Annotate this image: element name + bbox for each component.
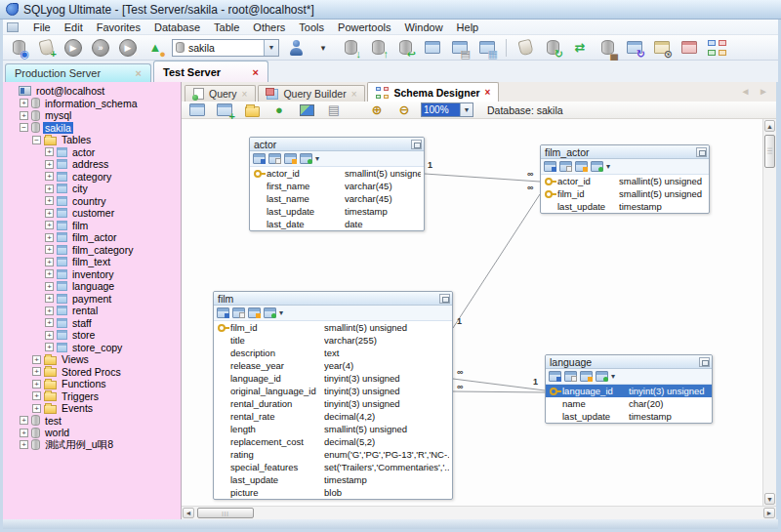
- tree-item-city[interactable]: +city: [3, 183, 181, 195]
- field-row-last_update[interactable]: last_updatetimestamp: [250, 205, 424, 218]
- field-row-film_id[interactable]: film_idsmallint(5) unsigned: [541, 187, 709, 200]
- table-settings-icon[interactable]: [580, 371, 593, 382]
- field-row-special_features[interactable]: special_featuresset('Trailers','Commenta…: [214, 461, 452, 473]
- tree-item-triggers[interactable]: +Triggers: [3, 390, 181, 403]
- expand-icon[interactable]: +: [45, 269, 54, 278]
- alter-table-icon[interactable]: [544, 161, 556, 172]
- relation-line-film-language[interactable]: [453, 379, 545, 390]
- tree-item-customer[interactable]: +customer: [3, 207, 181, 220]
- job-agent-icon[interactable]: ⊙: [651, 38, 673, 58]
- expand-icon[interactable]: +: [45, 147, 54, 156]
- tree-item-storedprocs[interactable]: +Stored Procs: [3, 366, 181, 379]
- object-browser[interactable]: root@localhost+information_schema+mysql−…: [3, 82, 182, 519]
- expand-icon[interactable]: +: [32, 367, 41, 376]
- new-schema-icon[interactable]: [186, 101, 208, 120]
- tab-scroll-arrows[interactable]: ◄ ►: [740, 86, 771, 97]
- diagram-table-film[interactable]: film▾film_idsmallint(5) unsignedtitlevar…: [213, 291, 453, 500]
- diagram-table-film_actor[interactable]: film_actor▾actor_idsmallint(5) unsignedf…: [540, 144, 710, 214]
- expand-icon[interactable]: +: [20, 440, 28, 449]
- tree-item-mysql[interactable]: +mysql: [3, 109, 181, 122]
- tree-item-category[interactable]: +category: [3, 171, 181, 184]
- expand-icon[interactable]: +: [45, 184, 54, 193]
- export-database-icon[interactable]: ↓: [340, 38, 361, 58]
- zoom-out-icon[interactable]: ⊖: [393, 101, 415, 120]
- expand-icon[interactable]: +: [45, 282, 54, 291]
- tree-item-actor[interactable]: +actor: [3, 146, 181, 159]
- diagram-table-actor[interactable]: actor▾actor_idsmallint(5) unsignedfirst_…: [249, 137, 425, 231]
- combo-caret-icon[interactable]: ▼: [264, 40, 278, 56]
- horizontal-scroll-thumb[interactable]: |||: [197, 508, 254, 518]
- tree-item-language[interactable]: +language: [3, 280, 181, 293]
- tree-item-world[interactable]: +world: [3, 427, 181, 439]
- create-relation-icon[interactable]: [591, 161, 603, 172]
- close-table-icon[interactable]: [439, 294, 450, 304]
- table-header[interactable]: language: [546, 355, 712, 369]
- expand-icon[interactable]: +: [32, 391, 41, 400]
- import-database-icon[interactable]: ↑: [367, 38, 389, 58]
- table-header[interactable]: film_actor: [541, 145, 709, 159]
- more-options-caret[interactable]: ▾: [279, 308, 283, 317]
- expand-icon[interactable]: +: [45, 209, 54, 218]
- mdi-child-icon[interactable]: [7, 22, 19, 32]
- user-manager-caret[interactable]: ▾: [312, 38, 334, 58]
- field-row-last_date[interactable]: last_datedate: [250, 218, 424, 230]
- field-row-description[interactable]: descriptiontext: [214, 347, 452, 359]
- relation-line-actor-film_actor[interactable]: [425, 174, 540, 182]
- scroll-right-button[interactable]: ►: [763, 508, 775, 518]
- database-combo[interactable]: sakila▼: [172, 39, 279, 57]
- tree-item-sakila[interactable]: −sakila: [3, 122, 181, 135]
- zoom-level-combo[interactable]: 100% ▼: [421, 102, 473, 117]
- create-relation-icon[interactable]: [300, 153, 312, 164]
- tab-query[interactable]: Query×: [185, 85, 256, 102]
- execute-all-queries-icon[interactable]: »: [90, 38, 111, 58]
- connection-tab-test-server[interactable]: Test Server×: [153, 61, 268, 82]
- expand-icon[interactable]: +: [32, 380, 41, 389]
- vertical-scrollbar[interactable]: ▲ ||| ▼: [762, 119, 776, 506]
- alter-table-icon[interactable]: [253, 153, 266, 164]
- execute-query-icon[interactable]: ▶: [62, 38, 84, 58]
- expand-icon[interactable]: +: [45, 160, 54, 169]
- query-profiler-icon[interactable]: ▲●: [144, 38, 166, 58]
- expand-icon[interactable]: +: [45, 196, 54, 205]
- expand-icon[interactable]: +: [20, 429, 28, 437]
- import-external-data-icon[interactable]: ↩: [394, 38, 416, 58]
- tab-schema-designer[interactable]: Schema Designer×: [367, 82, 499, 102]
- table-header[interactable]: film: [214, 292, 452, 306]
- expand-icon[interactable]: +: [45, 172, 54, 181]
- expand-icon[interactable]: +: [45, 245, 54, 254]
- save-schema-icon[interactable]: ●: [268, 101, 290, 120]
- tree-item-film_actor[interactable]: +film_actor: [3, 231, 181, 244]
- field-row-last_update[interactable]: last_updatetimestamp: [214, 473, 452, 486]
- tree-item-payment[interactable]: +payment: [3, 293, 181, 306]
- field-row-length[interactable]: lengthsmallint(5) unsigned: [214, 423, 452, 435]
- expand-icon[interactable]: +: [45, 307, 54, 315]
- expand-icon[interactable]: +: [45, 331, 54, 340]
- menu-edit[interactable]: Edit: [58, 20, 90, 34]
- tree-item-address[interactable]: +address: [3, 158, 181, 171]
- table-structure-icon[interactable]: ▤: [449, 38, 471, 58]
- expand-icon[interactable]: +: [45, 343, 54, 351]
- tree-item-views[interactable]: +Views: [3, 353, 181, 366]
- connection-tab-production-server[interactable]: Production Server×: [5, 63, 151, 82]
- collapse-icon[interactable]: −: [32, 136, 41, 144]
- vertical-scroll-thumb[interactable]: |||: [764, 135, 775, 168]
- field-row-rental_rate[interactable]: rental_ratedecimal(4,2): [214, 410, 452, 423]
- tree-item-_u8[interactable]: +測試用例_u唄8: [3, 439, 181, 452]
- scheduled-backup-icon[interactable]: ↻: [624, 38, 645, 58]
- tree-item-store[interactable]: +store: [3, 329, 181, 342]
- menu-others[interactable]: Others: [246, 20, 292, 34]
- horizontal-scrollbar[interactable]: ◄ ||| ►: [182, 506, 776, 519]
- execute-to-cursor-icon[interactable]: ▶▪: [117, 38, 139, 58]
- table-header[interactable]: actor: [250, 138, 424, 151]
- field-row-last_update[interactable]: last_updatetimestamp: [541, 200, 709, 213]
- print-icon[interactable]: ▤: [323, 101, 345, 120]
- tree-item-store_copy[interactable]: +store_copy: [3, 342, 181, 354]
- add-table-to-canvas-icon[interactable]: +: [214, 101, 235, 120]
- title-bar[interactable]: SQLyog Ultimate - [Test Server/sakila - …: [0, 0, 781, 20]
- menu-powertools[interactable]: Powertools: [331, 20, 397, 34]
- field-row-rental_duration[interactable]: rental_durationtinyint(3) unsigned: [214, 397, 452, 410]
- duplicate-table-icon[interactable]: ▦: [476, 38, 498, 58]
- close-table-icon[interactable]: [699, 357, 710, 367]
- expand-icon[interactable]: +: [45, 318, 54, 327]
- table-settings-icon[interactable]: [284, 153, 297, 164]
